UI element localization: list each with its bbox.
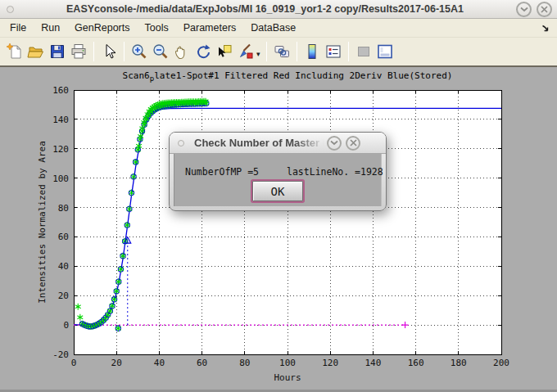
- menu-genreports[interactable]: GenReports: [73, 21, 131, 34]
- dialog-check-number-of-master-plates: Check Number of Master Pla NumberOfMP =5…: [169, 132, 387, 211]
- menu-database[interactable]: DataBase: [249, 21, 297, 34]
- svg-text:100: 100: [279, 358, 296, 368]
- dialog-close-button[interactable]: [346, 136, 360, 151]
- brush-icon[interactable]: [235, 41, 256, 62]
- svg-text:60: 60: [197, 358, 207, 368]
- svg-text:Hours: Hours: [274, 372, 301, 383]
- dialog-title: Check Number of Master Pla: [194, 137, 327, 149]
- svg-text:140: 140: [365, 358, 381, 368]
- plot-tools-hide-icon[interactable]: [353, 41, 374, 62]
- app-window: EASYconsole-/media/data/ExpJobs/MI 16_09…: [0, 0, 557, 392]
- svg-text:40: 40: [58, 261, 69, 272]
- dialog-menu-icon[interactable]: [178, 140, 184, 146]
- svg-text:100: 100: [52, 173, 69, 184]
- toolbar-separator: [266, 42, 267, 61]
- svg-text:80: 80: [239, 358, 250, 368]
- zoom-out-icon[interactable]: [150, 41, 171, 62]
- svg-text:80: 80: [58, 203, 69, 214]
- dialog-titlebar[interactable]: Check Number of Master Pla: [170, 133, 386, 154]
- menu-file[interactable]: File: [8, 21, 28, 34]
- data-cursor-icon[interactable]: [214, 41, 235, 62]
- pan-hand-icon[interactable]: [171, 41, 192, 62]
- svg-text:180: 180: [451, 358, 467, 368]
- menu-overflow-icon[interactable]: [541, 24, 550, 35]
- lastlineno-value: lastLineNo. =1928: [287, 166, 383, 178]
- menu-parameters[interactable]: Parameters: [182, 21, 238, 34]
- svg-text:Scan6plate1-Spot#1 Filtered Re: Scan6plate1-Spot#1 Filtered Red Includin…: [123, 70, 453, 83]
- window-close-button[interactable]: [537, 2, 552, 17]
- figure-canvas: 020406080100120140160180200-200204060801…: [0, 67, 557, 392]
- svg-text:120: 120: [52, 144, 69, 155]
- link-plots-icon[interactable]: [271, 41, 292, 62]
- svg-text:-20: -20: [52, 349, 69, 360]
- window-title: EASYconsole-/media/data/ExpJobs/MI 16_09…: [14, 3, 516, 15]
- numberofmp-value: NumberOfMP =5: [185, 166, 259, 178]
- svg-text:120: 120: [322, 358, 338, 368]
- svg-text:20: 20: [58, 291, 69, 301]
- plot-tools-show-icon[interactable]: [374, 41, 396, 62]
- cursor-icon[interactable]: [98, 41, 120, 62]
- window-titlebar[interactable]: EASYconsole-/media/data/ExpJobs/MI 16_09…: [0, 0, 557, 19]
- svg-text:140: 140: [52, 115, 69, 125]
- close-icon: [541, 6, 548, 13]
- menu-bar: File Run GenReports Tools Parameters Dat…: [0, 19, 557, 38]
- insert-legend-icon[interactable]: [323, 41, 344, 62]
- close-icon: [350, 139, 357, 146]
- new-document-icon[interactable]: [4, 41, 25, 62]
- window-menu-icon[interactable]: [7, 6, 14, 13]
- dialog-body: NumberOfMP =5 lastLineNo. =1928 OK: [174, 154, 382, 206]
- svg-text:0: 0: [71, 358, 77, 368]
- menu-run[interactable]: Run: [39, 21, 61, 34]
- svg-text:200: 200: [493, 358, 509, 368]
- toolbar-separator: [348, 42, 349, 61]
- rotate-3d-icon[interactable]: [192, 41, 214, 62]
- dialog-minimize-button[interactable]: [327, 136, 342, 151]
- svg-text:20: 20: [111, 358, 122, 368]
- print-icon[interactable]: [68, 41, 89, 62]
- menu-tools[interactable]: Tools: [143, 21, 170, 34]
- svg-text:60: 60: [58, 232, 69, 242]
- window-minimize-button[interactable]: [516, 2, 532, 17]
- toolbar-separator: [124, 42, 125, 61]
- insert-colorbar-icon[interactable]: [301, 41, 323, 62]
- svg-text:Intensities Normalized by Area: Intensities Normalized by Area: [37, 141, 48, 304]
- svg-text:160: 160: [408, 358, 424, 368]
- zoom-in-icon[interactable]: [129, 41, 150, 62]
- svg-text:160: 160: [52, 85, 69, 96]
- chart[interactable]: 020406080100120140160180200-200204060801…: [0, 67, 557, 392]
- figure-toolbar: ▾: [0, 38, 557, 67]
- save-icon[interactable]: [47, 41, 68, 62]
- dialog-ok-button[interactable]: OK: [252, 181, 303, 201]
- toolbar-separator: [297, 42, 297, 61]
- chevron-down-icon: [520, 7, 528, 12]
- chevron-down-icon: [330, 140, 338, 146]
- toolbar-separator: [93, 42, 94, 61]
- svg-text:40: 40: [154, 358, 165, 368]
- brush-dropdown-arrow[interactable]: ▾: [256, 50, 260, 58]
- dialog-message: NumberOfMP =5 lastLineNo. =1928: [185, 166, 383, 178]
- svg-text:0: 0: [63, 320, 69, 331]
- open-folder-icon[interactable]: [25, 41, 47, 62]
